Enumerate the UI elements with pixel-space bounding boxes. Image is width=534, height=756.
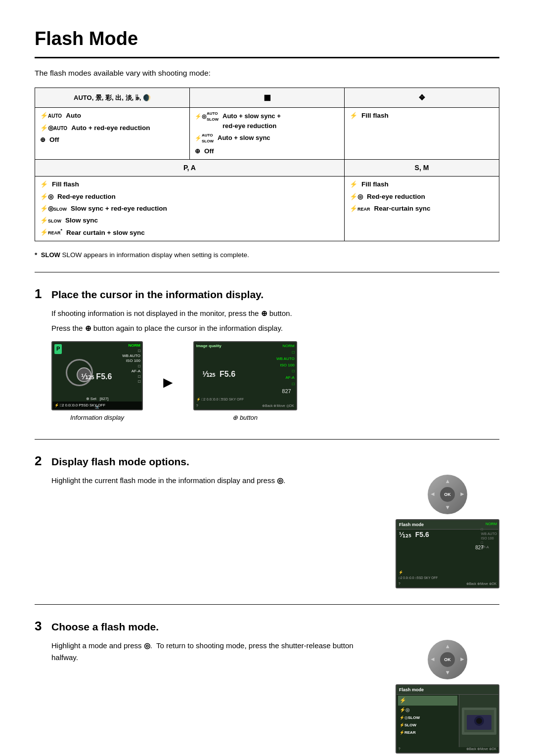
table-row-top: ⚡AUTO Auto ⚡◎AUTO Auto + red-eye reducti… bbox=[35, 108, 499, 160]
step-1-body: If shooting information is not displayed… bbox=[51, 308, 499, 423]
step-2-panel: ▴ ▾ ◄ ► OK Flash mode NORM □WB AUTOISO 1… bbox=[396, 475, 499, 588]
section-divider-3 bbox=[35, 604, 499, 605]
flash-modes-table: AUTO, 景, 彩, 出, 淡, 𝄫, 🌒 ◼ ❖ ⚡AUTO Auto ⚡◎… bbox=[35, 88, 499, 241]
dpad-outer: ▴ ▾ ◄ ► OK bbox=[428, 475, 467, 514]
flash-menu-slow: ⚡SLOW bbox=[398, 722, 457, 729]
table-col3-header: ❖ bbox=[345, 88, 499, 108]
step-3-with-panel: Highlight a mode and press ◎. To return … bbox=[51, 640, 499, 754]
cam2-count: 827 bbox=[282, 387, 291, 396]
flash-mode-screen-step3: Flash mode ⚡ ⚡◎ ⚡◎SLOW bbox=[396, 684, 499, 754]
step-3-line1: Highlight a mode and press ◎. To return … bbox=[51, 640, 381, 664]
cam2-shutter: ¹⁄₁₂₅ F5.6 bbox=[202, 368, 235, 381]
step-2-body: Highlight the current flash mode in the … bbox=[51, 475, 499, 588]
flash-menu-redeye: ⚡◎ bbox=[398, 706, 457, 714]
table-cell-col1: ⚡AUTO Auto ⚡◎AUTO Auto + red-eye reducti… bbox=[35, 108, 190, 160]
step-2-text: Highlight the current flash mode in the … bbox=[51, 475, 381, 489]
footnote: * SLOW SLOW appears in information displ… bbox=[35, 250, 499, 260]
step-3-number: 3 bbox=[35, 617, 45, 636]
cam-set-label: ⊕ Set [827] bbox=[86, 396, 109, 402]
step2-count: 827 bbox=[475, 544, 484, 552]
cam-shutter-value: ¹⁄₁₂₅ F5.6 bbox=[81, 370, 112, 383]
flash-menu-slowredeye: ⚡◎SLOW bbox=[398, 714, 457, 722]
step-3-text: Highlight a mode and press ◎. To return … bbox=[51, 640, 381, 667]
info-display-block: P NORM □ WB AUTO ISO 100 □ AF-A □ □ ¹ bbox=[51, 341, 143, 423]
dpad-left-arrow-step3: ◄ bbox=[430, 655, 436, 664]
info-display-after-block: Image quality NORM □ WB AUTO ISO 100 □ A… bbox=[193, 341, 297, 423]
dpad-right-arrow-step3: ► bbox=[459, 655, 465, 664]
preview-svg bbox=[464, 710, 494, 732]
step-3-panel: ▴ ▾ ◄ ► OK Flash mode ⚡ bbox=[396, 640, 499, 754]
step-3-block: 3 Choose a flash mode. Highlight a mode … bbox=[35, 617, 499, 754]
table-col2-header: ◼ bbox=[190, 88, 345, 108]
dpad-up-arrow-step3: ▴ bbox=[446, 642, 449, 651]
step3-preview-img bbox=[462, 708, 496, 735]
step3-preview bbox=[459, 695, 498, 747]
info-display-after-screen: Image quality NORM □ WB AUTO ISO 100 □ A… bbox=[193, 341, 297, 410]
table-cell-pa: ⚡ Fill flash ⚡◎ Red-eye reduction ⚡◎SLOW… bbox=[35, 177, 345, 241]
pa-header: P, A bbox=[35, 160, 345, 177]
dpad-down-arrow: ▾ bbox=[446, 503, 449, 512]
step-2-block: 2 Display flash mode options. Highlight … bbox=[35, 451, 499, 588]
table-col1-header: AUTO, 景, 彩, 出, 淡, 𝄫, 🌒 bbox=[35, 88, 190, 108]
cam2-bottom-nav: ? ⊕Back ⊕Move ◎OK bbox=[196, 403, 294, 408]
step-1-header: 1 Place the cursor in the information di… bbox=[35, 284, 499, 304]
step1-arrow: ► bbox=[160, 370, 176, 395]
dpad-outer-step3: ▴ ▾ ◄ ► OK bbox=[428, 640, 467, 679]
step-3-title: Choose a flash mode. bbox=[51, 619, 159, 635]
step3-menu-list: ⚡ ⚡◎ ⚡◎SLOW ⚡SLOW bbox=[397, 695, 459, 747]
cam2-bars: ⚡ □2 0.0□0.0 □5SD SKY OFF bbox=[196, 397, 244, 402]
cam-mode-p: P bbox=[54, 344, 62, 354]
page-title: Flash Mode bbox=[35, 25, 499, 58]
step-1-number: 1 bbox=[35, 284, 45, 304]
dpad-left-arrow: ◄ bbox=[430, 489, 436, 499]
ok-button[interactable]: OK bbox=[440, 487, 455, 502]
dpad-ok-step3[interactable]: ▴ ▾ ◄ ► OK bbox=[428, 640, 467, 679]
button-label: ⊕ button bbox=[232, 413, 258, 423]
dpad-ok[interactable]: ▴ ▾ ◄ ► OK bbox=[428, 475, 467, 514]
subtitle: The flash modes available vary with shoo… bbox=[35, 67, 499, 79]
dpad-down-arrow-step3: ▾ bbox=[446, 668, 449, 677]
step-3-body: Highlight a mode and press ◎. To return … bbox=[51, 640, 499, 754]
step-1-line1: If shooting information is not displayed… bbox=[51, 308, 499, 319]
image-quality-label: Image quality bbox=[196, 343, 222, 350]
cam2-right-info: NORM □ WB AUTO ISO 100 □ AF-A □ bbox=[276, 343, 295, 388]
table-cell-sm: ⚡ Fill flash ⚡◎ Red-eye reduction ⚡REAR … bbox=[345, 177, 499, 241]
table-cell-col3: ⚡ Fill flash bbox=[345, 108, 499, 160]
table-row-pa-sm: ⚡ Fill flash ⚡◎ Red-eye reduction ⚡◎SLOW… bbox=[35, 177, 499, 241]
sm-header: S, M bbox=[345, 160, 499, 177]
cam-bottom-cam: 📷 bbox=[95, 404, 99, 409]
info-display-label: Information display bbox=[70, 413, 124, 423]
step-2-number: 2 bbox=[35, 451, 45, 471]
step3-nav: ? ⊕Back ⊕Move ⊛OK bbox=[399, 747, 496, 752]
step2-nav: ? ⊕Back ⊕Move ⊛OK bbox=[399, 581, 496, 586]
table-row-headers2: P, A S, M bbox=[35, 160, 499, 177]
info-display-screen: P NORM □ WB AUTO ISO 100 □ AF-A □ □ ¹ bbox=[51, 341, 143, 410]
step2-flash-sym: ⚡ bbox=[399, 570, 403, 576]
step-2-with-panel: Highlight the current flash mode in the … bbox=[51, 475, 499, 588]
step-2-header: 2 Display flash mode options. bbox=[35, 451, 499, 471]
cam-right-panel: NORM □ WB AUTO ISO 100 □ AF-A □ □ bbox=[122, 343, 140, 384]
ok-button-step3[interactable]: OK bbox=[440, 652, 455, 667]
step-2-title: Display flash mode options. bbox=[51, 454, 189, 470]
step-2-line1: Highlight the current flash mode in the … bbox=[51, 475, 381, 487]
step3-screen-body: ⚡ ⚡◎ ⚡◎SLOW ⚡SLOW bbox=[397, 695, 498, 747]
flash-mode-screen-step2: Flash mode NORM □WB AUTOISO 100□AF-A ¹⁄₁… bbox=[396, 519, 499, 588]
step-3-header: 3 Choose a flash mode. bbox=[35, 617, 499, 636]
step-1-screens: P NORM □ WB AUTO ISO 100 □ AF-A □ □ ¹ bbox=[51, 341, 499, 423]
flash-menu-rear: ⚡REAR bbox=[398, 729, 457, 737]
table-cell-col2: ⚡◎AUTOSLOW Auto + slow sync +red-eye red… bbox=[190, 108, 345, 160]
step-1-title: Place the cursor in the information disp… bbox=[51, 287, 264, 303]
svg-point-3 bbox=[476, 718, 482, 724]
step2-shutter: ¹⁄₁₂₅ F5.6 bbox=[399, 529, 429, 540]
step-1-block: 1 Place the cursor in the information di… bbox=[35, 284, 499, 423]
flash-menu-fill: ⚡ bbox=[398, 696, 457, 706]
step2-bars: □2 0.0□0.0 □5SD SKY OFF bbox=[399, 576, 469, 580]
dpad-up-arrow: ▴ bbox=[446, 477, 449, 486]
flash-mode-title-step3: Flash mode bbox=[397, 685, 498, 695]
step-1-line2: Press the ⊕ button again to place the cu… bbox=[51, 322, 499, 334]
section-divider-2 bbox=[35, 439, 499, 440]
step2-norm: NORM bbox=[486, 521, 497, 527]
dpad-right-arrow: ► bbox=[459, 489, 465, 499]
section-divider bbox=[35, 272, 499, 272]
